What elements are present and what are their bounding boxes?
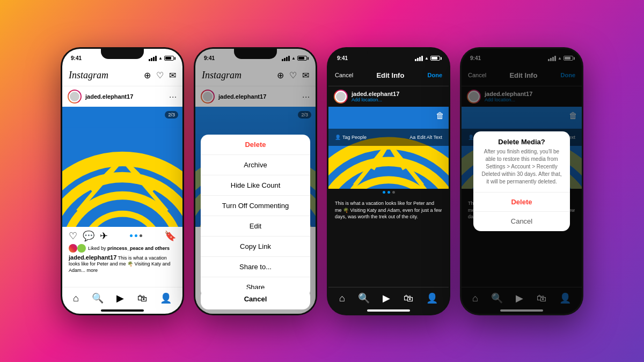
home-bar-3 bbox=[367, 309, 410, 312]
edit-header-3: Cancel Edit Info Done bbox=[328, 65, 449, 86]
bookmark-action-1[interactable]: 🔖 bbox=[164, 230, 176, 242]
wifi-icon-1: ▲ bbox=[158, 56, 163, 61]
nav-reels-1[interactable]: ▶ bbox=[116, 292, 124, 304]
dot-indicators-1 bbox=[130, 234, 142, 237]
status-icons-3: ▲ bbox=[415, 56, 440, 61]
status-icons-1: ▲ bbox=[149, 56, 174, 61]
add-icon-1[interactable]: ⊕ bbox=[144, 70, 151, 80]
bottom-nav-3: ⌂ 🔍 ▶ 🛍 👤 bbox=[328, 287, 449, 309]
modal-body: After you finish editing, you'll be able… bbox=[473, 148, 570, 192]
nav-home-3[interactable]: ⌂ bbox=[339, 293, 345, 304]
post-header-1: jaded.elephant17 ··· bbox=[62, 86, 182, 107]
action-share-to[interactable]: Share to... bbox=[201, 257, 310, 277]
action-sheet: Delete Archive Hide Like Count Turn Off … bbox=[201, 135, 310, 298]
notch-1 bbox=[101, 47, 144, 59]
action-edit[interactable]: Edit bbox=[201, 216, 310, 237]
nav-reels-3[interactable]: ▶ bbox=[383, 292, 390, 304]
wifi-icon-3: ▲ bbox=[425, 56, 429, 61]
liker-avatar-1 bbox=[69, 244, 77, 253]
comment-action-1[interactable]: 💬 bbox=[83, 230, 94, 242]
heart-icon-1[interactable]: ♡ bbox=[156, 70, 164, 80]
battery-icon-3 bbox=[430, 56, 440, 61]
action-sheet-overlay[interactable]: Delete Archive Hide Like Count Turn Off … bbox=[195, 49, 316, 314]
delete-modal: Delete Media? After you finish editing, … bbox=[473, 131, 570, 231]
action-delete[interactable]: Delete bbox=[201, 135, 310, 155]
nav-search-3[interactable]: 🔍 bbox=[358, 292, 370, 304]
nav-shop-3[interactable]: 🛍 bbox=[404, 293, 413, 304]
edit-cancel-3[interactable]: Cancel bbox=[335, 72, 353, 78]
post-caption-1: Liked by princess_peace and others jaded… bbox=[62, 244, 182, 276]
action-cancel[interactable]: Cancel bbox=[201, 289, 310, 309]
action-turn-off-comment[interactable]: Turn Off Commenting bbox=[201, 196, 310, 216]
phone-4: 9:41 ▲ Cancel Edit Info Done bbox=[460, 47, 583, 315]
signal-icon-1 bbox=[149, 56, 157, 61]
nav-shop-1[interactable]: 🛍 bbox=[137, 293, 147, 304]
post-user-3: jaded.elephant17 Add location... bbox=[334, 90, 399, 104]
dots-3 bbox=[328, 189, 449, 196]
avatar-3 bbox=[334, 90, 348, 104]
edit-actions-bar-3: 👤 Tag People Aa Edit Alt Text bbox=[328, 129, 449, 146]
ig-header-icons-1: ⊕ ♡ ✉ bbox=[144, 70, 176, 80]
status-time-3: 9:41 bbox=[337, 55, 348, 61]
dot-1-3 bbox=[383, 191, 385, 194]
battery-icon-1 bbox=[164, 56, 174, 61]
username-1[interactable]: jaded.elephant17 bbox=[85, 93, 133, 100]
phone-2: 9:41 ▲ Instagram ⊕ ♡ ✉ bbox=[194, 47, 317, 315]
caption-3: This is what a vacation looks like for P… bbox=[335, 200, 442, 220]
phone-3: 9:41 ▲ Cancel Edit Info Done bbox=[327, 47, 450, 315]
tag-people-3[interactable]: 👤 Tag People bbox=[335, 135, 367, 140]
caption-area-3: This is what a vacation looks like for P… bbox=[328, 196, 449, 287]
notch-3 bbox=[367, 47, 410, 59]
nav-profile-1[interactable]: 👤 bbox=[160, 292, 172, 304]
likes-row-1: Liked by princess_peace and others bbox=[69, 244, 176, 253]
modal-cancel-btn[interactable]: Cancel bbox=[473, 212, 570, 231]
avatar-1 bbox=[68, 90, 82, 104]
share-action-1[interactable]: ✈ bbox=[100, 230, 108, 242]
like-action-1[interactable]: ♡ bbox=[69, 230, 77, 242]
pagination-badge-1: 2/3 bbox=[165, 111, 178, 119]
action-copy-link[interactable]: Copy Link bbox=[201, 237, 310, 257]
messenger-icon-1[interactable]: ✉ bbox=[169, 70, 176, 80]
post-image-1: 2/3 bbox=[62, 107, 182, 227]
svg-rect-12 bbox=[62, 107, 182, 128]
action-hide-like[interactable]: Hide Like Count bbox=[201, 175, 310, 196]
edit-alt-text-3[interactable]: Aa Edit Alt Text bbox=[409, 135, 442, 140]
modal-title: Delete Media? bbox=[473, 131, 570, 148]
status-time-1: 9:41 bbox=[71, 55, 82, 61]
ig-logo-1: Instagram bbox=[69, 70, 108, 81]
post-header-3: jaded.elephant17 Add location... bbox=[328, 86, 449, 107]
ig-header-1: Instagram ⊕ ♡ ✉ bbox=[62, 65, 182, 86]
nav-profile-3[interactable]: 👤 bbox=[426, 292, 438, 304]
home-bar-1 bbox=[101, 309, 144, 312]
phone-1: 9:41 ▲ Instagram ⊕ ♡ ✉ bbox=[61, 47, 184, 315]
delete-modal-overlay[interactable]: Delete Media? After you finish editing, … bbox=[462, 49, 582, 314]
edit-title-3: Edit Info bbox=[376, 71, 404, 79]
modal-delete-btn[interactable]: Delete bbox=[473, 192, 570, 211]
edit-done-3[interactable]: Done bbox=[428, 72, 443, 78]
nav-home-1[interactable]: ⌂ bbox=[73, 293, 79, 304]
dot-2-3 bbox=[387, 191, 390, 194]
likes-text-1: Liked by princess_peace and others bbox=[88, 246, 170, 251]
post-actions-1: ♡ 💬 ✈ 🔖 bbox=[62, 227, 182, 244]
action-archive[interactable]: Archive bbox=[201, 155, 310, 175]
post-image-3: 🗑 👤 Tag People Aa Edit Alt Text bbox=[328, 107, 449, 189]
bottom-nav-1: ⌂ 🔍 ▶ 🛍 👤 bbox=[62, 287, 182, 309]
caption-text-1: jaded.elephant17 This is what a vacation… bbox=[69, 254, 176, 274]
username-3: jaded.elephant17 bbox=[352, 91, 399, 97]
more-dots-1[interactable]: ··· bbox=[169, 92, 177, 101]
post-user-1: jaded.elephant17 bbox=[68, 90, 133, 104]
trash-icon-3[interactable]: 🗑 bbox=[436, 111, 444, 121]
add-location-3[interactable]: Add location... bbox=[352, 97, 399, 102]
signal-icon-3 bbox=[415, 56, 423, 61]
liker-avatar-2 bbox=[77, 244, 86, 253]
dot-3-3 bbox=[392, 191, 395, 194]
nav-search-1[interactable]: 🔍 bbox=[92, 292, 104, 304]
